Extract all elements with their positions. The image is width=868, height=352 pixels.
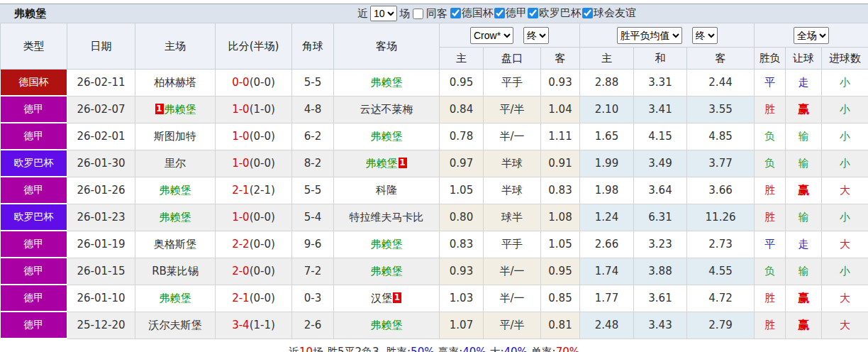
team-name: 弗赖堡 [160,211,191,224]
half-time-score: (0-0) [250,130,275,143]
full-time-score: 1-0 [232,130,250,143]
away-team-cell: 弗赖堡 [334,258,440,285]
league-filter-checkbox-3[interactable] [582,8,593,18]
score-cell: 1-0(0-0) [216,204,292,231]
full-time-score: 2-2 [232,238,250,251]
handicap-result-cell: 赢 [786,312,822,339]
half-time-score: (0-0) [250,265,275,277]
col-header-type: 类型 [1,23,67,70]
col-header-avg-draw: 和 [634,48,687,70]
avg-away-cell: 4.85 [687,123,755,150]
goals-result-cell: 大 [822,231,868,258]
league-type-cell: 德国杯 [1,70,67,97]
half-time-score: (2-1) [250,184,275,197]
col-header-odds-away: 客 [541,48,580,70]
avg-odds-select[interactable]: 胜平负均值 [617,27,682,44]
match-row: 德甲26-01-19奥格斯堡2-2(0-0)9-6弗赖堡0.83平手1.052.… [1,231,868,258]
avg-home-cell: 1.77 [580,285,634,312]
score-cell: 1-0(0-0) [216,123,292,150]
odds-handicap-cell: 平手 [484,231,541,258]
league-filter-checkbox-2[interactable] [528,8,538,18]
odds-handicap-cell: 半球 [484,150,541,177]
match-date-cell: 26-01-10 [67,285,135,312]
goals-result-cell: 小 [822,123,868,150]
match-row: 欧罗巴杯26-01-23弗赖堡1-0(0-0)5-4特拉维夫马卡比0.80球半1… [1,204,868,231]
avg-final-select[interactable]: 终 [692,27,718,44]
home-team-cell: 奥格斯堡 [135,231,216,258]
home-team-cell: 弗赖堡 [135,285,216,312]
score-cell: 2-1(2-1) [216,177,292,204]
card-badge: 1 [155,104,164,114]
odds-final-select[interactable]: 终 [523,27,549,44]
team-name: 弗赖堡 [371,130,403,143]
corner-cell: 5-5 [292,70,334,97]
odds-away-cell: 0.83 [541,177,580,204]
odds-handicap-cell: 平/半 [484,312,541,339]
league-type-cell: 德甲 [1,258,67,285]
full-time-score: 1-0 [232,211,250,224]
corner-cell: 9-6 [292,231,334,258]
col-header-away: 客场 [334,23,440,70]
full-time-score: 0-0 [232,76,250,89]
odds-home-cell: 1.07 [440,312,484,339]
corner-cell: 7-2 [292,258,334,285]
handicap-result-cell: 赢 [786,177,822,204]
half-time-score: (0-0) [250,211,275,224]
match-row: 德甲26-02-01斯图加特1-0(0-0)6-2弗赖堡0.78半/一1.111… [1,123,868,150]
same-away-label: 同客 [426,7,447,21]
odds-home-cell: 0.78 [440,123,484,150]
odds-handicap-cell: 半/一 [484,285,541,312]
league-type-cell: 德甲 [1,231,67,258]
filter-controls: 近 10 场 同客 德国杯德甲欧罗巴杯球会友谊 [357,6,636,21]
match-count-select[interactable]: 10 [370,6,397,21]
summary-segment: 70% [556,346,579,352]
match-row: 德甲26-01-26弗赖堡2-1(2-1)5-5科隆1.05半球0.831.98… [1,177,868,204]
corner-cell: 5-4 [292,204,334,231]
odds-home-cell: 0.95 [440,70,484,97]
handicap-result-cell: 输 [786,258,822,285]
col-header-score: 比分(半场) [216,23,292,70]
odds-handicap-cell: 平手 [484,70,541,97]
col-header-date: 日期 [67,23,135,70]
scope-select[interactable]: 全场 [794,27,829,44]
league-filter-checkbox-1[interactable] [494,8,505,18]
home-team-cell: 柏林赫塔 [135,70,216,97]
league-filter-label: 德甲 [506,6,527,20]
odds-handicap-cell: 半/一 [484,258,541,285]
same-away-checkbox[interactable] [413,9,423,19]
col-header-home: 主场 [135,23,216,70]
odds-home-cell: 0.83 [440,231,484,258]
avg-home-cell: 1.98 [580,177,634,204]
half-time-score: (1-0) [250,103,275,116]
corner-cell: 4-8 [292,96,334,123]
half-time-score: (0-0) [250,292,275,304]
odds-handicap-cell: 球半 [484,204,541,231]
result-cell: 平 [755,70,786,97]
odds-away-cell: 1.04 [541,96,580,123]
match-date-cell: 26-02-07 [67,96,135,123]
league-filter-checkbox-0[interactable] [450,8,461,18]
odds-home-cell: 0.97 [440,150,484,177]
match-date-cell: 25-12-20 [67,312,135,339]
goals-result-cell: 小 [822,96,868,123]
score-cell: 1-0(0-0) [216,150,292,177]
goals-result-cell: 小 [822,150,868,177]
league-filter: 欧罗巴杯 [527,6,582,20]
full-time-score: 1-0 [232,103,250,116]
odds-provider-select[interactable]: Crow* [470,27,513,44]
avg-draw-cell: 3.88 [634,258,687,285]
avg-home-cell: 1.74 [580,258,634,285]
league-filter: 德甲 [494,6,527,20]
avg-home-cell: 1.24 [580,204,634,231]
summary-segment: 近 [289,346,299,352]
away-team-cell: 弗赖堡 [334,231,440,258]
away-team-cell: 特拉维夫马卡比 [334,204,440,231]
team-name: 斯图加特 [154,130,196,143]
score-cell: 0-0(0-0) [216,70,292,97]
avg-home-cell: 2.66 [580,231,634,258]
team-name: 弗赖堡 [371,76,403,89]
away-team-cell: 弗赖堡1 [334,150,440,177]
league-type-cell: 德甲 [1,96,67,123]
result-cell: 胜 [755,285,786,312]
handicap-result-cell: 赢 [786,285,822,312]
